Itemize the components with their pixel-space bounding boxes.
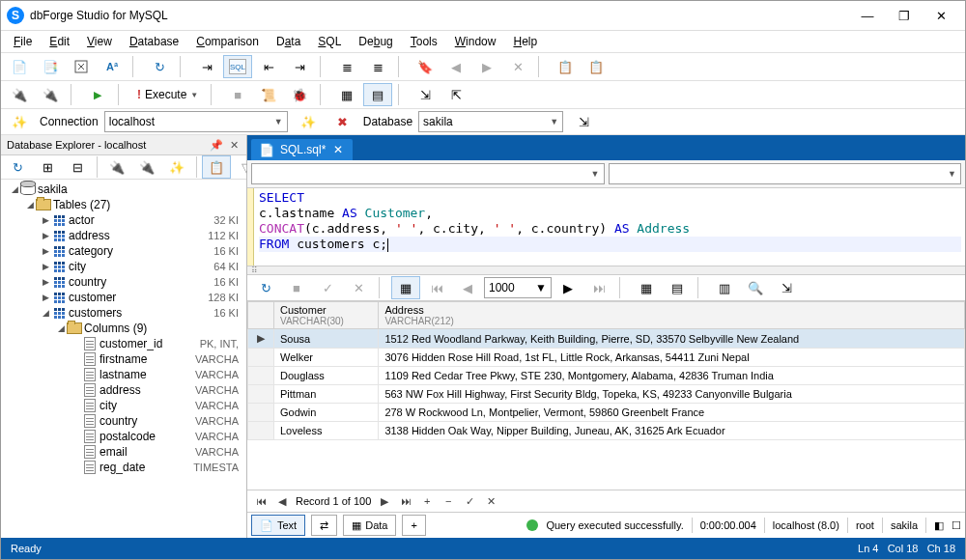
page-next-icon[interactable]: ▶ xyxy=(554,276,582,299)
menu-sql[interactable]: SQL xyxy=(311,33,348,50)
tree-column[interactable]: cityVARCHA xyxy=(1,398,246,413)
database-select[interactable]: sakila▼ xyxy=(418,111,563,132)
results-text-icon[interactable]: ▤ xyxy=(363,83,392,106)
conn-del-icon[interactable]: ✖ xyxy=(328,110,357,133)
grid-commit-icon[interactable]: ✓ xyxy=(313,276,342,299)
exp-expand-icon[interactable]: ⊞ xyxy=(33,155,62,179)
search-button[interactable] xyxy=(67,55,96,78)
object-combo[interactable]: ▼ xyxy=(609,163,962,184)
panel-close-icon[interactable]: ✕ xyxy=(227,138,241,152)
tree-table[interactable]: ▶category16 KI xyxy=(1,243,246,259)
grid-cols-icon[interactable]: ▥ xyxy=(710,276,739,299)
nav-add-icon[interactable]: + xyxy=(419,493,435,509)
import-icon[interactable]: ⇱ xyxy=(441,83,470,106)
explorer-tree[interactable]: ◢sakila ◢Tables (27) ▶actor32 KI▶address… xyxy=(1,180,246,538)
tree-column[interactable]: emailVARCHA xyxy=(1,444,246,460)
outdent-icon[interactable]: ⇤ xyxy=(254,55,283,78)
table-row[interactable]: Loveless3138 Hidden Oak Way, Nipper Buil… xyxy=(248,422,965,440)
grid-stop-icon[interactable]: ■ xyxy=(282,276,311,299)
panel-pin-icon[interactable]: 📌 xyxy=(210,138,223,152)
exp-delconn-icon[interactable]: 🔌 xyxy=(132,155,161,179)
menu-file[interactable]: File xyxy=(7,33,39,50)
new-query-button[interactable]: 📑 xyxy=(36,55,65,78)
tree-table[interactable]: ◢customers16 KI xyxy=(1,305,246,321)
indent-icon[interactable]: ⇥ xyxy=(285,55,314,78)
connection-select[interactable]: localhost▼ xyxy=(104,111,288,132)
tree-column[interactable]: postalcodeVARCHA xyxy=(1,429,246,444)
window-maximize[interactable]: ❐ xyxy=(886,2,923,29)
window-close[interactable]: ✕ xyxy=(923,2,959,29)
tab-add[interactable]: + xyxy=(402,515,425,536)
nav-first-icon[interactable]: ⏮ xyxy=(253,493,269,509)
list-icon[interactable]: ≣ xyxy=(332,55,361,78)
tree-table[interactable]: ▶customer128 KI xyxy=(1,290,246,305)
document-tab[interactable]: 📄 SQL.sql* ✕ xyxy=(251,139,353,160)
results-grid-icon[interactable]: ▦ xyxy=(332,83,361,106)
grid-rollback-icon[interactable]: ✕ xyxy=(344,276,373,299)
menu-database[interactable]: Database xyxy=(123,33,185,50)
table-row[interactable]: Welker3076 Hidden Rose Hill Road, 1st FL… xyxy=(248,349,965,367)
menu-window[interactable]: Window xyxy=(448,33,503,50)
exp-refresh-icon[interactable]: ↻ xyxy=(3,155,32,179)
tree-table[interactable]: ▶country16 KI xyxy=(1,274,246,290)
tab-close-icon[interactable]: ✕ xyxy=(331,143,345,156)
table-row[interactable]: ▶Sousa1512 Red Woodland Parkway, Keith B… xyxy=(248,329,965,349)
tree-tables-folder[interactable]: ◢Tables (27) xyxy=(1,197,246,212)
table-row[interactable]: Douglass1109 Red Cedar Tree Pkwy, STE 23… xyxy=(248,367,965,385)
exp-collapse-icon[interactable]: ⊟ xyxy=(63,155,92,179)
grid-find-icon[interactable]: 🔍 xyxy=(741,276,770,299)
menu-tools[interactable]: Tools xyxy=(404,33,444,50)
grid-export-icon[interactable]: ⇲ xyxy=(772,276,801,299)
nav-prev-icon[interactable]: ◀ xyxy=(274,493,290,509)
page-size-input[interactable]: 1000▼ xyxy=(484,277,552,298)
list2-icon[interactable]: ≣ xyxy=(363,55,392,78)
splitter[interactable]: ⠿ xyxy=(247,266,965,275)
schema-combo[interactable]: ▼ xyxy=(251,163,605,184)
tree-column[interactable]: customer_idPK, INT, xyxy=(1,336,246,351)
tree-database[interactable]: ◢sakila xyxy=(1,182,246,197)
exp-newconn-icon[interactable]: 🔌 xyxy=(102,155,131,179)
refresh-button[interactable]: ↻ xyxy=(145,55,174,78)
nav-ok-icon[interactable]: ✓ xyxy=(462,493,477,509)
paste-button[interactable]: 📋 xyxy=(582,55,611,78)
stop-button[interactable]: ■ xyxy=(223,83,252,106)
export-icon[interactable]: ⇲ xyxy=(411,83,440,106)
nav-last-icon[interactable]: ⏭ xyxy=(398,493,413,509)
debug-icon[interactable]: 🐞 xyxy=(285,83,314,106)
execute-button[interactable]: !Execute▼ xyxy=(130,83,205,106)
menu-edit[interactable]: Edit xyxy=(43,33,76,50)
exp-wizard-icon[interactable]: ✨ xyxy=(162,155,191,179)
tab-text[interactable]: 📄Text xyxy=(251,515,305,536)
db-more-icon[interactable]: ⇲ xyxy=(569,110,598,133)
connect-button[interactable]: 🔌 xyxy=(5,83,34,106)
nav-next-icon[interactable]: ▶ xyxy=(377,493,392,509)
grid-refresh-icon[interactable]: ↻ xyxy=(251,276,280,299)
exp-view-icon[interactable]: 📋 xyxy=(202,155,231,179)
page-first-icon[interactable]: ⏮ xyxy=(422,276,451,299)
sql-mode-button[interactable]: SQL xyxy=(223,55,252,78)
tree-table[interactable]: ▶actor32 KI xyxy=(1,212,246,228)
copy-button[interactable]: 📋 xyxy=(551,55,580,78)
nav-del-icon[interactable]: − xyxy=(440,493,456,509)
menu-view[interactable]: View xyxy=(80,33,119,50)
table-row[interactable]: Godwin278 W Rockwood Ln, Montpelier, Ver… xyxy=(248,404,965,422)
tree-column[interactable]: firstnameVARCHA xyxy=(1,351,246,367)
grid-grid-icon[interactable]: ▦ xyxy=(632,276,661,299)
new-file-button[interactable]: 📄 xyxy=(5,55,34,78)
next-bookmark-icon[interactable]: ▶ xyxy=(472,55,501,78)
tree-table[interactable]: ▶city64 KI xyxy=(1,259,246,274)
tree-column[interactable]: lastnameVARCHA xyxy=(1,367,246,382)
bookmark-icon[interactable]: 🔖 xyxy=(411,55,440,78)
pin-results-icon[interactable]: ◧ xyxy=(934,519,944,532)
page-last-icon[interactable]: ⏭ xyxy=(584,276,613,299)
results-grid[interactable]: CustomerVARCHAR(30) AddressVARCHAR(212) … xyxy=(247,301,965,490)
nav-cancel-icon[interactable]: ✕ xyxy=(483,493,498,509)
tree-column[interactable]: countryVARCHA xyxy=(1,413,246,429)
menu-help[interactable]: Help xyxy=(506,33,544,50)
conn-add-icon[interactable]: ✨ xyxy=(294,110,323,133)
table-row[interactable]: Pittman563 NW Fox Hill Highway, First Se… xyxy=(248,385,965,404)
format-button[interactable]: Aª xyxy=(98,55,127,78)
tab-refresh[interactable]: ⇄ xyxy=(311,515,337,536)
step-over-icon[interactable]: ⇥ xyxy=(192,55,221,78)
disconnect-button[interactable]: 🔌 xyxy=(36,83,65,106)
